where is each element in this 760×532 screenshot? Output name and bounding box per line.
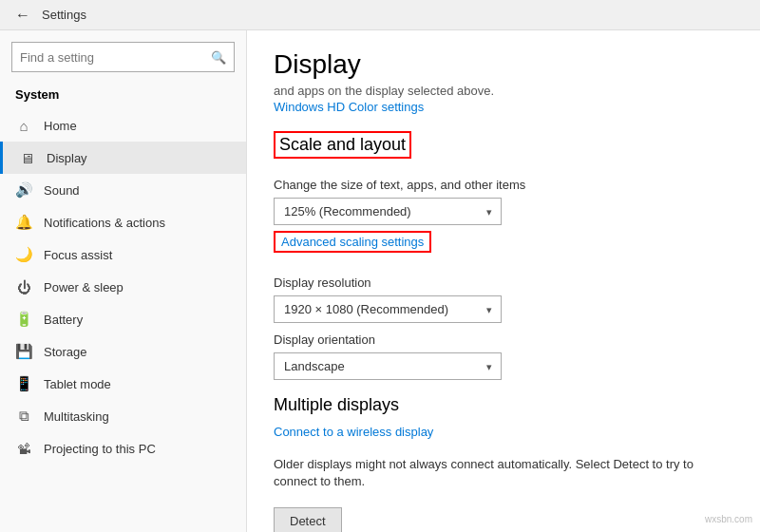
scale-dropdown-wrap: 100% 125% (Recommended) 150% 175% ▾ — [274, 198, 502, 225]
home-icon: ⌂ — [15, 117, 32, 134]
watermark: wxsbn.com — [705, 514, 752, 524]
wireless-display-link[interactable]: Connect to a wireless display — [274, 425, 733, 439]
resolution-dropdown-wrap: 1920 × 1080 (Recommended) 1280 × 720 102… — [274, 295, 502, 323]
sidebar-item-tablet[interactable]: 📱 Tablet mode — [0, 368, 246, 400]
sidebar-item-notifications[interactable]: 🔔 Notifications & actions — [0, 206, 246, 238]
sidebar: 🔍 System ⌂ Home 🖥 Display 🔊 Sound 🔔 Noti… — [0, 30, 247, 532]
projecting-icon: 📽 — [15, 440, 32, 457]
search-box[interactable]: 🔍 — [11, 42, 235, 72]
orientation-label: Display orientation — [274, 332, 733, 347]
page-title: Display — [274, 49, 733, 80]
scale-field-label: Change the size of text, apps, and other… — [274, 178, 733, 192]
scale-layout-heading: Scale and layout — [274, 131, 411, 159]
sidebar-item-projecting[interactable]: 📽 Projecting to this PC — [0, 432, 246, 465]
display-icon: 🖥 — [18, 149, 35, 166]
multiple-displays-heading: Multiple displays — [274, 395, 733, 415]
content-subtitle: and apps on the display selected above. — [274, 84, 733, 98]
battery-icon: 🔋 — [15, 311, 32, 328]
sidebar-item-label: Tablet mode — [44, 377, 231, 391]
sidebar-section-label: System — [0, 84, 246, 109]
sidebar-item-label: Focus assist — [44, 248, 231, 262]
tablet-icon: 📱 — [15, 375, 32, 392]
hd-color-link[interactable]: Windows HD Color settings — [274, 100, 733, 114]
multitasking-icon: ⧉ — [15, 408, 32, 425]
resolution-label: Display resolution — [274, 276, 733, 290]
scale-dropdown[interactable]: 100% 125% (Recommended) 150% 175% — [274, 198, 502, 225]
content-area: Display and apps on the display selected… — [247, 30, 760, 532]
search-icon: 🔍 — [211, 50, 226, 65]
focus-icon: 🌙 — [15, 246, 32, 263]
storage-icon: 💾 — [15, 343, 32, 360]
titlebar: ← Settings — [0, 0, 760, 30]
orientation-dropdown[interactable]: Landscape Portrait Landscape (flipped) P… — [274, 352, 502, 380]
sidebar-item-label: Battery — [44, 313, 231, 327]
sidebar-item-label: Multitasking — [44, 409, 231, 424]
sidebar-item-battery[interactable]: 🔋 Battery — [0, 303, 246, 335]
orientation-dropdown-wrap: Landscape Portrait Landscape (flipped) P… — [274, 352, 502, 380]
sidebar-item-multitasking[interactable]: ⧉ Multitasking — [0, 400, 246, 432]
sidebar-item-label: Display — [47, 151, 231, 165]
sidebar-item-label: Sound — [44, 183, 231, 198]
older-displays-text: Older displays might not always connect … — [274, 456, 733, 490]
app-container: 🔍 System ⌂ Home 🖥 Display 🔊 Sound 🔔 Noti… — [0, 0, 760, 532]
sidebar-item-display[interactable]: 🖥 Display — [0, 142, 246, 174]
sidebar-item-label: Projecting to this PC — [44, 442, 231, 456]
back-icon: ← — [15, 7, 30, 24]
back-button[interactable]: ← — [11, 4, 34, 27]
sidebar-item-label: Home — [44, 119, 231, 133]
detect-button[interactable]: Detect — [274, 507, 342, 532]
notifications-icon: 🔔 — [15, 214, 32, 231]
power-icon: ⏻ — [15, 278, 32, 295]
sidebar-item-storage[interactable]: 💾 Storage — [0, 335, 246, 368]
advanced-scaling-link[interactable]: Advanced scaling settings — [274, 231, 431, 253]
titlebar-title: Settings — [42, 8, 86, 22]
sidebar-item-label: Storage — [44, 345, 231, 359]
search-input[interactable] — [20, 50, 207, 65]
sidebar-item-focus[interactable]: 🌙 Focus assist — [0, 238, 246, 271]
sidebar-item-power[interactable]: ⏻ Power & sleep — [0, 271, 246, 303]
sidebar-item-sound[interactable]: 🔊 Sound — [0, 174, 246, 206]
resolution-dropdown[interactable]: 1920 × 1080 (Recommended) 1280 × 720 102… — [274, 295, 502, 323]
sidebar-item-home[interactable]: ⌂ Home — [0, 109, 246, 142]
sidebar-item-label: Power & sleep — [44, 280, 231, 294]
sound-icon: 🔊 — [15, 181, 32, 199]
sidebar-item-label: Notifications & actions — [44, 216, 231, 230]
